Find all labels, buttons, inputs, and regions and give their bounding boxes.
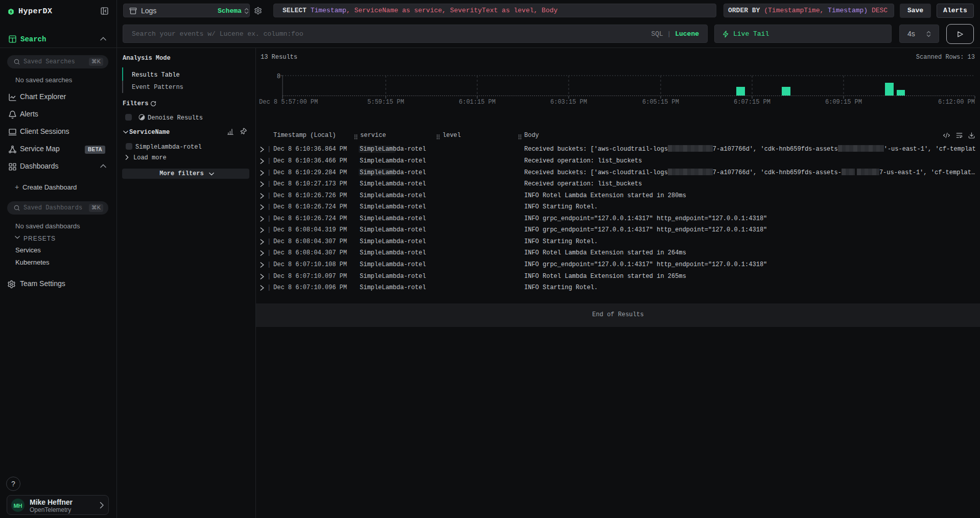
svg-text:6:09:15 PM: 6:09:15 PM <box>825 99 862 105</box>
svg-text:Dec 8 5:57:00 PM: Dec 8 5:57:00 PM <box>259 99 318 105</box>
svg-text:8: 8 <box>277 73 281 80</box>
svg-text:6:12:00 PM: 6:12:00 PM <box>938 99 975 105</box>
svg-text:6:05:15 PM: 6:05:15 PM <box>642 99 679 105</box>
svg-text:5:59:15 PM: 5:59:15 PM <box>367 99 404 105</box>
svg-text:6:01:15 PM: 6:01:15 PM <box>459 99 496 105</box>
svg-text:6:07:15 PM: 6:07:15 PM <box>734 99 771 105</box>
svg-text:6:03:15 PM: 6:03:15 PM <box>550 99 587 105</box>
